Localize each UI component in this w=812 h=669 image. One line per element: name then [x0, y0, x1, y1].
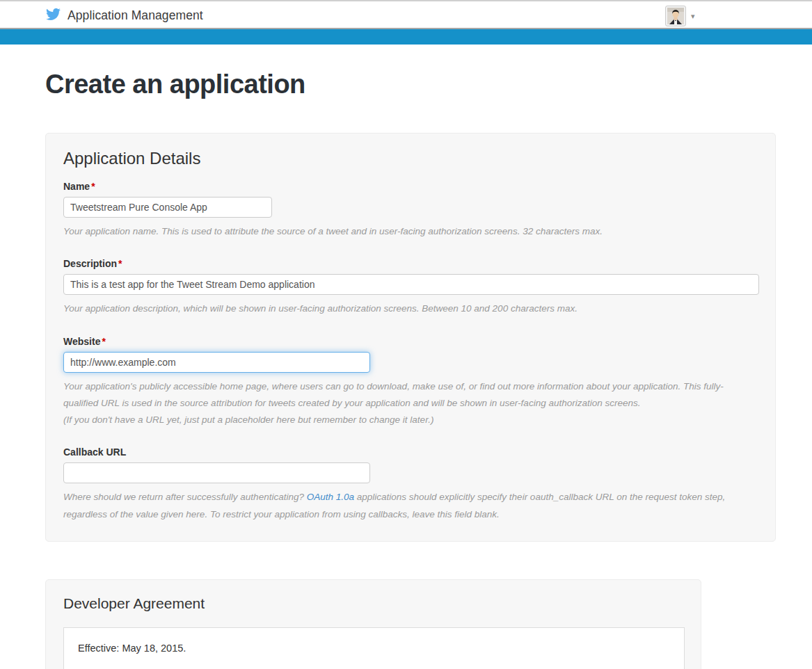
- callback-input[interactable]: [63, 462, 370, 483]
- oauth-1-0a-link[interactable]: OAuth 1.0a: [307, 492, 354, 502]
- application-details-heading: Application Details: [63, 149, 758, 168]
- twitter-bird-icon: [45, 7, 62, 24]
- description-label: Description*: [63, 258, 758, 269]
- brand-link[interactable]: Application Management: [45, 1, 203, 29]
- brand-title: Application Management: [67, 8, 203, 23]
- website-help-note: (If you don't have a URL yet, just put a…: [63, 414, 433, 425]
- required-asterisk: *: [91, 181, 95, 192]
- name-label: Name*: [63, 181, 758, 192]
- chevron-down-icon: ▾: [691, 13, 695, 20]
- callback-help-text: Where should we return after successfull…: [63, 489, 758, 523]
- website-label: Website*: [63, 336, 758, 347]
- main-content: Create an application Application Detail…: [0, 45, 812, 669]
- agreement-effective-date: Effective: May 18, 2015.: [78, 640, 670, 656]
- agreement-paragraph: This Twitter Developer Agreement (“Agree…: [78, 666, 670, 669]
- description-field-group: Description* Your application descriptio…: [63, 258, 758, 317]
- blue-accent-bar: [0, 29, 812, 45]
- navbar: Application Management ▾: [0, 1, 812, 29]
- required-asterisk: *: [102, 336, 105, 347]
- name-field-group: Name* Your application name. This is use…: [63, 181, 758, 240]
- callback-label: Callback URL: [63, 446, 758, 458]
- description-help-text: Your application description, which will…: [63, 300, 758, 317]
- developer-agreement-panel: Developer Agreement Effective: May 18, 2…: [45, 579, 701, 669]
- user-avatar[interactable]: [665, 6, 686, 26]
- agreement-scroll-box[interactable]: Effective: May 18, 2015. This Twitter De…: [63, 627, 685, 669]
- callback-field-group: Callback URL Where should we return afte…: [63, 446, 758, 523]
- name-help-text: Your application name. This is used to a…: [63, 223, 758, 240]
- application-details-panel: Application Details Name* Your applicati…: [45, 133, 776, 542]
- page-title: Create an application: [45, 70, 812, 99]
- website-input[interactable]: [63, 352, 370, 373]
- website-field-group: Website* Your application's publicly acc…: [63, 336, 758, 429]
- user-menu-dropdown[interactable]: ▾: [665, 5, 695, 27]
- website-help-text: Your application's publicly accessible h…: [63, 378, 758, 429]
- developer-agreement-heading: Developer Agreement: [63, 595, 683, 612]
- name-input[interactable]: [63, 197, 272, 218]
- description-input[interactable]: [63, 274, 759, 295]
- required-asterisk: *: [118, 258, 122, 269]
